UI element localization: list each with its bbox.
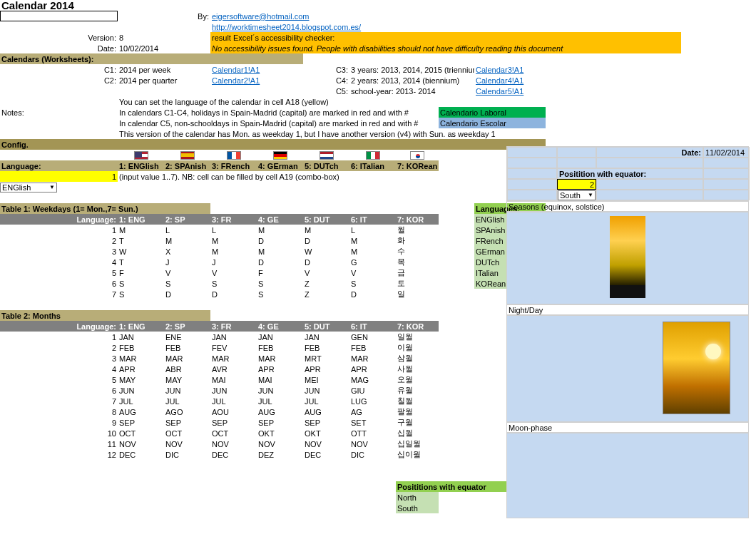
tw-row-5-c1: S [118,278,164,289]
tm-row-6-c6: LUG [349,396,396,406]
c5-link[interactable]: Calendar5!A1 [474,86,546,96]
tm-row-7-c7: 팔월 [396,406,439,417]
tm-row-11-c2: DIC [164,449,210,460]
tm-row-0-c5: JAN [303,332,349,342]
tm-row-9-c2: OCT [164,428,210,438]
config-header: Config. [0,139,546,150]
email-link[interactable]: eigersoftware@hotmail.com [210,11,396,21]
tm-row-6-c3: JUL [210,396,257,406]
tw-row-2-c6: M [349,246,396,257]
language-input[interactable]: 1 [0,171,118,182]
tm-row-2-c5: MRT [303,353,349,364]
checker-head: result Excel´s accessibility checker: [210,32,681,43]
rp-equator-combo[interactable]: South [558,190,596,200]
tm-row-8-c7: 구월 [396,417,439,428]
tm-row-0-c7: 일월 [396,332,439,342]
nightday-image [663,322,730,414]
tw-row-4-c1: F [118,267,164,278]
checker-text: No accessibility issues found. People wi… [210,43,681,53]
tw-row-0-c7: 월 [396,225,439,235]
c1-label: C1: [71,64,118,75]
flag-kr [396,150,439,160]
tm-row-1-c5: FEB [303,342,349,353]
tm-col3: 3: FR [210,321,257,332]
tm-row-3-c1: APR [118,364,164,374]
tm-row-3-c4: APR [257,364,303,374]
tw-row-1-c4: D [257,235,303,246]
tw-row-0-c3: L [210,225,257,235]
tw-row-3-c1: T [118,257,164,267]
tm-row-3-c5: APR [303,364,349,374]
tw-row-4-c7: 금 [396,267,439,278]
tm-row-10-c1: NOV [118,438,164,449]
tw-row-5-c6: S [349,278,396,289]
tm-col0: Language: [0,321,118,332]
tm-row-4-idx: 5 [0,374,118,385]
tw-row-1-c1: T [118,235,164,246]
tw-row-4-idx: 5 [0,267,118,278]
date-value: 10/02/2014 [118,43,164,53]
tw-row-1-c5: D [303,235,349,246]
c2-link[interactable]: Calendar2!A1 [210,75,303,86]
tw-row-0-c6: L [349,225,396,235]
tw-row-2-c2: X [164,246,210,257]
c4-label: C4: [303,75,349,86]
by-label: By: [164,11,210,21]
c3-label: C3: [303,64,349,75]
rp-date-label: Date: [596,147,703,158]
tw-col4: 4: GE [257,214,303,225]
c2-label: C2: [71,75,118,86]
tm-row-2-idx: 3 [0,353,118,364]
tm-row-1-c3: FEV [210,342,257,353]
tw-row-1-c2: M [164,235,210,246]
tw-row-3-c4: D [257,257,303,267]
tm-row-11-idx: 12 [0,449,118,460]
tm-row-4-c6: MAG [349,374,396,385]
c3-text: 3 years: 2013, 2014, 2015 (triennium) [349,64,474,75]
tw-row-1-idx: 2 [0,235,118,246]
tw-col0: Language: [0,214,118,225]
tm-row-1-c6: FEB [349,342,396,353]
language-hint: (input value 1..7). NB: cell can be fill… [118,171,439,182]
tm-row-3-c6: APR [349,364,396,374]
c1-link[interactable]: Calendar1!A1 [210,64,303,75]
tm-row-2-c3: MAR [210,353,257,364]
active-cell[interactable] [0,11,118,21]
c3-link[interactable]: Calendar3!A1 [474,64,546,75]
rp-equator-value[interactable]: 2 [557,179,596,190]
tm-row-10-c7: 십일월 [396,438,439,449]
tm-row-3-c7: 사월 [396,364,439,374]
c4-link[interactable]: Calendar4!A1 [474,75,546,86]
tm-row-11-c6: DIC [349,449,396,460]
rp-moon: Moon-phase [506,422,749,433]
tm-col5: 5: DUT [303,321,349,332]
badge-laboral: Calendario Laboral [439,107,546,118]
tw-row-4-c5: V [303,267,349,278]
tm-row-11-c5: DEC [303,449,349,460]
tm-row-1-c7: 이월 [396,342,439,353]
tm-row-9-c6: OTT [349,428,396,438]
url-link[interactable]: http://worktimesheet2014.blogspot.com.es… [210,21,439,32]
tm-row-0-c2: ENE [164,332,210,342]
tm-row-1-c2: FEB [164,342,210,353]
tm-row-9-c5: OKT [303,428,349,438]
tw-row-5-c2: S [164,278,210,289]
rp-date: 11/02/2014 [703,147,750,158]
tw-row-0-c2: L [164,225,210,235]
tm-col1: 1: ENG [118,321,164,332]
tw-row-5-c7: 토 [396,278,439,289]
tm-row-6-c1: JUL [118,396,164,406]
tm-row-3-idx: 4 [0,364,118,374]
tm-row-7-c4: AUG [257,406,303,417]
tm-row-9-c4: OKT [257,428,303,438]
lang-opt-2: 2: SPAnish [164,160,210,171]
tm-row-8-c2: SEP [164,417,210,428]
tm-row-4-c7: 오월 [396,374,439,385]
tm-row-11-c4: DEZ [257,449,303,460]
language-combo[interactable]: ENGlish [0,183,57,193]
tw-row-4-c3: V [210,267,257,278]
positions-south: South [396,503,439,513]
tm-col2: 2: SP [164,321,210,332]
lang-opt-1: 1: ENGlish [118,160,164,171]
tw-row-6-c5: Z [303,289,349,299]
